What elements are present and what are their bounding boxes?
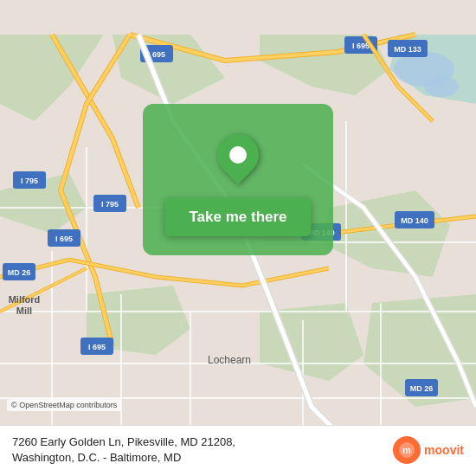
svg-text:I 795: I 795: [21, 177, 38, 185]
svg-text:Mill: Mill: [16, 306, 32, 316]
svg-text:I 695: I 695: [88, 343, 106, 351]
map-attribution: © OpenStreetMap contributors: [7, 399, 121, 411]
svg-text:I 795: I 795: [101, 200, 119, 209]
moovit-brand-name: moovit: [424, 443, 464, 457]
svg-text:I 695: I 695: [55, 235, 73, 243]
moovit-icon: m: [393, 436, 421, 464]
svg-point-11: [424, 76, 459, 97]
info-bar: 7260 Early Golden Ln, Pikesville, MD 212…: [0, 425, 476, 476]
address-block: 7260 Early Golden Ln, Pikesville, MD 212…: [12, 434, 384, 466]
location-pin: [217, 134, 259, 176]
take-me-there-button[interactable]: Take me there: [164, 198, 311, 236]
svg-text:MD 26: MD 26: [8, 268, 31, 277]
svg-text:m: m: [402, 445, 411, 455]
address-text: 7260 Early Golden Ln, Pikesville, MD 212…: [12, 434, 384, 466]
svg-text:MD 140: MD 140: [401, 216, 428, 225]
map-container: I 795 I 795 I 695 I 695 I 695 I 695 MD 1…: [0, 0, 476, 476]
svg-text:Lochearn: Lochearn: [208, 354, 251, 366]
moovit-logo: m moovit: [393, 436, 464, 464]
svg-text:MD 133: MD 133: [394, 45, 421, 54]
svg-text:MD 26: MD 26: [410, 384, 434, 393]
svg-text:Milford: Milford: [9, 294, 41, 305]
